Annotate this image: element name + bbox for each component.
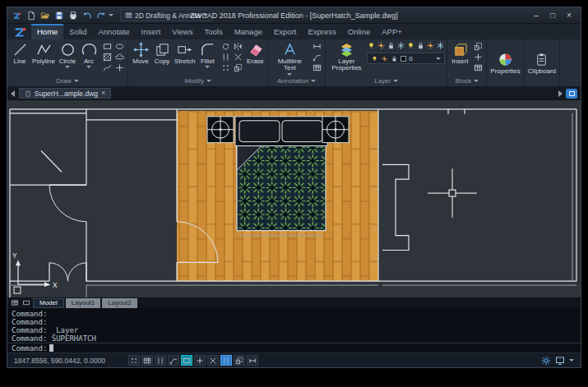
maximize-button[interactable]: □: [544, 9, 561, 22]
polyline-button[interactable]: Polyline: [30, 41, 57, 66]
annotation-scale-icon: [248, 357, 257, 365]
tab-online[interactable]: Online: [342, 24, 376, 39]
create-block-button[interactable]: [472, 41, 484, 52]
tab-annotate[interactable]: Annotate: [92, 24, 135, 39]
tab-tools[interactable]: Tools: [198, 24, 228, 39]
layer-off-button[interactable]: [436, 41, 445, 50]
osnap-toggle[interactable]: [181, 355, 192, 366]
lwt-toggle[interactable]: [220, 355, 232, 366]
arc-button[interactable]: Arc: [78, 41, 100, 69]
tab-overview-button[interactable]: [566, 89, 577, 99]
tab-express[interactable]: Express: [302, 24, 341, 39]
layer-isolate-button[interactable]: [406, 41, 415, 50]
layout-next-icon[interactable]: [21, 299, 31, 307]
panel-expand-icon[interactable]: [311, 80, 316, 82]
move-button[interactable]: Move: [130, 41, 151, 66]
mirror-button[interactable]: [232, 41, 244, 52]
superhatch-pattern: [237, 146, 326, 231]
offset-button[interactable]: [220, 52, 232, 62]
drawing-canvas[interactable]: Y X: [7, 100, 581, 297]
snowflake-icon: [396, 41, 405, 50]
new-file-icon[interactable]: [25, 10, 37, 21]
tab-manage[interactable]: Manage: [229, 24, 268, 39]
tab-insert[interactable]: Insert: [136, 24, 167, 39]
ducs-toggle[interactable]: [234, 355, 245, 366]
otrack-toggle[interactable]: [194, 355, 206, 366]
layer-freeze-button[interactable]: [396, 41, 405, 50]
fillet-button[interactable]: Fillet: [197, 41, 218, 69]
document-tab[interactable]: SuperH...ample.dwg ×: [19, 88, 111, 99]
tab-layout2[interactable]: Layout2: [102, 298, 137, 308]
polar-toggle[interactable]: [168, 355, 179, 366]
quick-access-dropdown-icon[interactable]: [109, 14, 113, 16]
open-file-icon[interactable]: [39, 10, 51, 21]
panel-expand-icon[interactable]: [393, 80, 398, 82]
tab-scroll-left-icon[interactable]: [11, 90, 15, 97]
layer-on-button[interactable]: [367, 41, 376, 50]
rectangle-button[interactable]: [101, 41, 113, 52]
grid-toggle[interactable]: [141, 355, 153, 366]
copy-button[interactable]: Copy: [151, 41, 173, 66]
application-menu-button[interactable]: [10, 24, 31, 39]
plot-icon[interactable]: [67, 10, 79, 21]
line-button[interactable]: Line: [9, 41, 30, 66]
tab-export[interactable]: Export: [268, 24, 302, 39]
layer-lock-button[interactable]: [387, 41, 396, 50]
layer-unlock-button[interactable]: [416, 41, 425, 50]
layer-thaw-button[interactable]: [377, 41, 386, 50]
chevron-down-icon: [205, 66, 210, 68]
multiline-text-button[interactable]: Multiline Text: [270, 41, 309, 76]
fullscreen-icon[interactable]: [555, 356, 565, 366]
panel-expand-icon[interactable]: [74, 80, 79, 82]
trim-button[interactable]: [232, 52, 244, 62]
snap-toggle[interactable]: [128, 355, 140, 366]
define-attribute-button[interactable]: [472, 52, 484, 62]
ribbon: Line Polyline Circle Arc Draw: [7, 39, 581, 87]
clipboard-button[interactable]: Clipboard: [526, 51, 558, 76]
insert-button[interactable]: Insert: [449, 41, 470, 66]
dimension-button[interactable]: [311, 41, 323, 52]
undo-icon[interactable]: [81, 10, 93, 21]
spline-button[interactable]: [101, 62, 113, 73]
ortho-toggle[interactable]: [155, 355, 166, 366]
point-button[interactable]: [113, 62, 126, 73]
dyn-toggle[interactable]: [207, 355, 219, 366]
properties-icon: [498, 52, 513, 67]
tab-model[interactable]: Model: [33, 298, 64, 308]
tab-app-plus[interactable]: APP+: [376, 24, 408, 39]
panel-expand-icon[interactable]: [474, 80, 479, 82]
table-button[interactable]: [311, 62, 323, 73]
tab-home[interactable]: Home: [31, 24, 63, 39]
ellipse-button[interactable]: [113, 41, 126, 52]
tab-views[interactable]: Views: [166, 24, 198, 39]
close-button[interactable]: ×: [561, 9, 577, 22]
leader-button[interactable]: [311, 52, 323, 62]
erase-button[interactable]: Erase: [244, 41, 266, 66]
array-button[interactable]: [220, 62, 232, 73]
revcloud-button[interactable]: [113, 52, 126, 62]
tab-solid[interactable]: Solid: [63, 24, 92, 39]
properties-button[interactable]: Properties: [488, 51, 521, 76]
base-point-button[interactable]: [472, 62, 484, 73]
annotation-toggle[interactable]: [247, 355, 258, 366]
chevron-down-icon: [65, 66, 70, 68]
tab-scroll-right-icon[interactable]: [558, 90, 563, 97]
hatch-button[interactable]: [101, 52, 113, 62]
layer-select-dropdown[interactable]: 0: [367, 53, 445, 64]
layer-properties-button[interactable]: Layer Properties: [327, 41, 365, 73]
minimize-button[interactable]: –: [528, 9, 544, 22]
command-input[interactable]: Command:: [7, 343, 581, 352]
status-menu-icon[interactable]: [569, 359, 574, 362]
layer-match-button[interactable]: [426, 41, 435, 50]
rotate-button[interactable]: [220, 41, 232, 52]
save-icon[interactable]: [53, 10, 65, 21]
tab-layout1[interactable]: Layout1: [66, 298, 100, 308]
settings-gear-icon[interactable]: [541, 356, 551, 366]
scale-button[interactable]: [232, 62, 244, 73]
layout-prev-icon[interactable]: [10, 299, 20, 307]
panel-expand-icon[interactable]: [206, 80, 211, 82]
close-tab-icon[interactable]: ×: [101, 90, 105, 97]
redo-icon[interactable]: [95, 10, 107, 21]
circle-button[interactable]: Circle: [57, 41, 78, 69]
stretch-button[interactable]: Stretch: [173, 41, 197, 66]
